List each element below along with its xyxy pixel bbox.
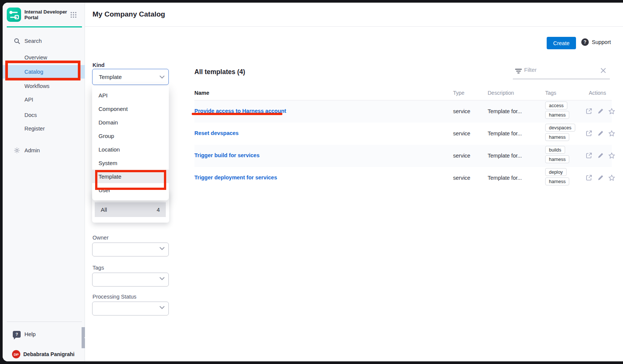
actions-cell <box>585 130 615 137</box>
kind-option-template[interactable]: Template <box>92 170 169 183</box>
processing-status-select[interactable] <box>92 302 169 315</box>
edit-pencil-icon[interactable] <box>597 174 604 181</box>
kind-option-system[interactable]: System <box>92 156 169 170</box>
sidebar-item-label: Catalog <box>24 69 43 75</box>
edit-pencil-icon[interactable] <box>597 108 604 115</box>
kind-option-user[interactable]: User <box>92 183 169 197</box>
brand-title: Internal Developer Portal <box>24 9 69 20</box>
sidebar-item-api[interactable]: API <box>3 93 85 106</box>
kind-option-domain[interactable]: Domain <box>92 115 169 129</box>
table-row: Reset devspaces service Template for... … <box>194 123 612 145</box>
star-icon[interactable] <box>608 152 615 159</box>
sidebar-item-help[interactable]: ? Help <box>3 328 85 341</box>
help-chat-icon: ? <box>13 331 21 338</box>
user-menu[interactable]: DP Debabrata Panigrahi <box>3 348 85 361</box>
search-icon <box>13 37 21 45</box>
tags-cell: deploy harness <box>545 168 569 185</box>
brand-accent-rule <box>7 26 82 27</box>
actions-cell <box>585 174 615 181</box>
tags-cell: devspaces harness <box>545 124 575 141</box>
table-row: Trigger build for services service Templ… <box>194 145 612 167</box>
edit-pencil-icon[interactable] <box>597 130 604 137</box>
actions-cell <box>585 152 615 159</box>
table-row: Trigger deployment for services service … <box>194 167 612 189</box>
idp-logo-icon <box>7 8 21 22</box>
template-link[interactable]: Trigger build for services <box>194 152 259 158</box>
filter-input[interactable] <box>524 67 596 73</box>
option-label: Group <box>99 133 114 139</box>
app-root: Internal Developer Portal Search <box>0 0 623 364</box>
kind-results-all-row[interactable]: All 4 <box>95 202 166 217</box>
sidebar-item-label: Search <box>24 38 42 44</box>
help-glyph: ? <box>15 332 18 337</box>
kind-option-group[interactable]: Group <box>92 129 169 143</box>
template-link[interactable]: Provide access to Harness account <box>194 108 286 114</box>
open-in-new-icon[interactable] <box>585 130 593 137</box>
star-icon[interactable] <box>608 130 615 137</box>
table-body: Provide access to Harness account servic… <box>194 100 612 189</box>
sidebar-item-label: Workflows <box>24 83 50 89</box>
sidebar-item-admin[interactable]: Admin <box>3 144 85 157</box>
sidebar-item-docs[interactable]: Docs <box>3 108 85 122</box>
template-link[interactable]: Reset devspaces <box>194 130 239 136</box>
open-in-new-icon[interactable] <box>585 174 593 181</box>
clear-filter-icon[interactable] <box>600 68 606 73</box>
tags-select[interactable] <box>92 273 169 287</box>
question-icon: ? <box>581 38 589 46</box>
tag-chip: devspaces <box>545 124 575 132</box>
column-header-type: Type <box>453 90 464 96</box>
gear-icon <box>13 147 21 154</box>
option-label: System <box>99 160 117 166</box>
tag-chip: builds <box>545 146 565 154</box>
support-button[interactable]: ? Support <box>581 38 611 46</box>
sidebar-item-label: Register <box>24 126 45 132</box>
tag-chip: deploy <box>545 168 567 176</box>
star-icon[interactable] <box>608 174 615 181</box>
open-in-new-icon[interactable] <box>585 152 593 159</box>
kind-select[interactable]: Template <box>92 69 169 85</box>
tag-chip: harness <box>545 155 569 163</box>
column-header-actions: Actions <box>589 90 606 96</box>
sidebar-item-label: API <box>24 97 33 103</box>
apps-grid-icon[interactable] <box>70 12 77 18</box>
tag-chip: harness <box>545 133 569 141</box>
type-cell: service <box>453 175 470 181</box>
description-cell: Template for... <box>488 175 522 181</box>
option-label: Component <box>99 106 128 112</box>
filter-icon <box>515 68 522 74</box>
sidebar-item-search[interactable]: Search <box>3 34 85 48</box>
option-label: API <box>99 92 108 99</box>
kind-dropdown: API Component Domain Group Location Syst… <box>92 86 169 200</box>
sidebar-item-register[interactable]: Register <box>3 122 85 135</box>
main-area: My Company Catalog Create ? Support Kind… <box>85 3 623 361</box>
open-in-new-icon[interactable] <box>585 108 593 115</box>
support-label: Support <box>592 39 611 45</box>
kind-option-location[interactable]: Location <box>92 143 169 156</box>
sidebar: Internal Developer Portal Search <box>3 3 85 361</box>
description-cell: Template for... <box>488 153 522 159</box>
results-label: All <box>101 206 107 213</box>
sidebar-item-catalog[interactable]: Catalog <box>3 65 85 79</box>
tag-chip: harness <box>545 111 569 119</box>
template-link[interactable]: Trigger deployment for services <box>194 174 277 180</box>
page-title: My Company Catalog <box>92 10 165 18</box>
table-row: Provide access to Harness account servic… <box>194 100 612 123</box>
option-label: Location <box>99 146 120 153</box>
description-cell: Template for... <box>488 108 522 114</box>
actions-cell <box>585 108 615 115</box>
sidebar-item-label: Overview <box>24 55 47 61</box>
create-button[interactable]: Create <box>547 37 576 49</box>
owner-select[interactable] <box>92 243 169 256</box>
avatar: DP <box>12 350 20 358</box>
star-icon[interactable] <box>608 108 615 115</box>
sidebar-item-workflows[interactable]: Workflows <box>3 79 85 93</box>
kind-select-value: Template <box>99 74 122 80</box>
description-cell: Template for... <box>488 130 522 136</box>
column-header-name: Name <box>194 90 209 96</box>
table-header-row: Name Type Description Tags Actions <box>194 87 612 100</box>
edit-pencil-icon[interactable] <box>597 152 604 159</box>
kind-option-api[interactable]: API <box>92 88 169 102</box>
kind-option-component[interactable]: Component <box>92 102 169 115</box>
chevron-down-icon <box>159 277 165 280</box>
sidebar-item-overview[interactable]: Overview <box>3 51 85 64</box>
